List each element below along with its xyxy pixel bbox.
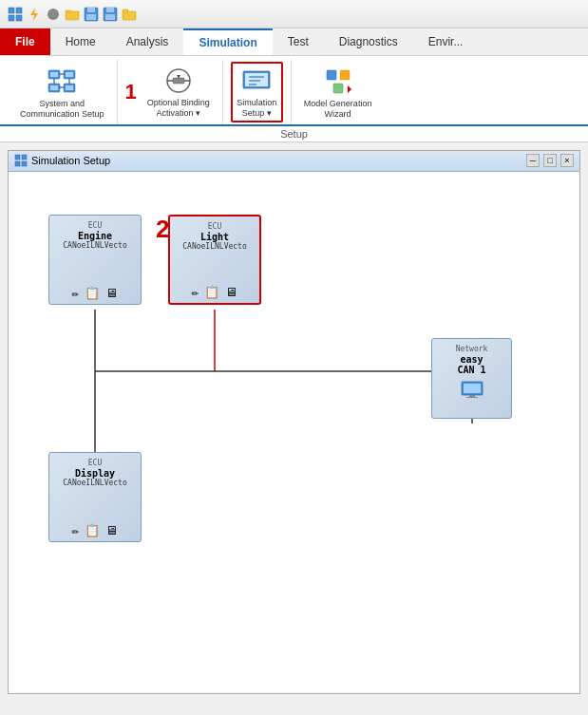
optional-binding-button-area: 1 Optional BindingActivation ▾ xyxy=(125,62,215,122)
svg-rect-41 xyxy=(333,84,343,93)
svg-rect-39 xyxy=(327,70,336,80)
svg-rect-40 xyxy=(340,70,350,80)
number-badge-1: 1 xyxy=(125,82,137,103)
maximize-button[interactable]: □ xyxy=(543,154,557,167)
svg-rect-43 xyxy=(15,155,20,160)
ecu-display-icons: ✏️ 📋 🖥 xyxy=(72,523,119,537)
title-bar-icons xyxy=(8,7,137,22)
tab-environ[interactable]: Envir... xyxy=(413,28,479,55)
ecu-engine-type: ECU xyxy=(88,221,102,230)
svg-marker-42 xyxy=(348,85,351,93)
svg-rect-3 xyxy=(16,15,22,21)
monitor-icon[interactable]: 🖥 xyxy=(105,286,118,300)
svg-rect-55 xyxy=(466,397,478,398)
inner-title-left: Simulation Setup xyxy=(14,154,110,167)
ribbon-group-optional: 1 Optional BindingActivation ▾ xyxy=(118,60,223,124)
svg-rect-10 xyxy=(87,8,95,12)
svg-rect-2 xyxy=(9,15,14,21)
stack-icon[interactable]: 📋 xyxy=(85,286,100,300)
monitor-icon[interactable]: 🖥 xyxy=(105,523,118,537)
ribbon-group-simulation: SimulationSetup ▾ xyxy=(223,60,292,124)
simulation-canvas: ECU Engine CANoeILNLVecto ✏️ 📋 🖥 2 ECU L… xyxy=(9,172,579,693)
title-bar xyxy=(0,0,588,28)
svg-rect-20 xyxy=(66,72,73,77)
ecu-light-model: CANoeILNLVecto xyxy=(182,242,246,251)
inner-title-bar: Simulation Setup ─ □ × xyxy=(9,151,579,172)
svg-rect-44 xyxy=(22,155,27,160)
svg-rect-46 xyxy=(22,161,27,166)
ecu-display-name: Display xyxy=(75,468,115,479)
ribbon-section-setup: Setup xyxy=(0,126,588,142)
ecu-engine-icons: ✏️ 📋 🖥 xyxy=(72,286,119,300)
inner-window-controls: ─ □ × xyxy=(526,154,574,167)
simulation-setup-icon xyxy=(241,66,272,96)
pencil-icon[interactable]: ✏️ xyxy=(72,286,80,300)
ecu-display-model: CANoeILNLVecto xyxy=(63,479,126,487)
svg-rect-15 xyxy=(123,11,136,20)
network-label1: Network xyxy=(456,345,488,353)
system-setup-button-area: System and Communication Setup xyxy=(15,62,109,122)
svg-rect-6 xyxy=(66,11,79,20)
ecu-light-name: Light xyxy=(200,232,229,242)
ecu-display-type: ECU xyxy=(88,459,102,467)
ecu-engine: ECU Engine CANoeILNLVecto ✏️ 📋 🖥 xyxy=(48,215,142,305)
svg-rect-18 xyxy=(50,72,58,77)
ecu-engine-name: Engine xyxy=(78,231,112,241)
network-display-icon xyxy=(461,381,484,398)
tab-test[interactable]: Test xyxy=(273,28,324,55)
model-generation-wizard-button[interactable]: Model GenerationWizard xyxy=(299,64,377,122)
simulation-setup-button-area: SimulationSetup ▾ xyxy=(231,62,283,122)
model-wizard-label: Model GenerationWizard xyxy=(304,99,372,120)
ecu-display: ECU Display CANoeILNLVecto ✏️ 📋 🖥 xyxy=(48,452,142,542)
network-can1: Network easy CAN 1 xyxy=(431,338,512,419)
stack-icon[interactable]: 📋 xyxy=(85,523,100,537)
monitor-icon[interactable]: 🖥 xyxy=(225,285,237,299)
svg-rect-16 xyxy=(123,9,128,12)
svg-rect-0 xyxy=(9,8,14,13)
ecu-engine-model: CANoeILNLVecto xyxy=(63,241,126,250)
inner-window-icon xyxy=(14,154,28,167)
svg-rect-13 xyxy=(106,8,114,12)
tab-home[interactable]: Home xyxy=(50,28,111,55)
network-label2: easy xyxy=(460,354,483,365)
inner-window-title: Simulation Setup xyxy=(31,155,110,166)
tab-diagnostics[interactable]: Diagnostics xyxy=(324,28,413,55)
svg-rect-24 xyxy=(66,85,73,90)
network-label3: CAN 1 xyxy=(457,365,485,375)
tab-simulation[interactable]: Simulation xyxy=(183,28,272,55)
minimize-button[interactable]: ─ xyxy=(526,154,540,167)
svg-rect-54 xyxy=(469,395,475,397)
optional-binding-activation-button[interactable]: Optional BindingActivation ▾ xyxy=(142,63,215,122)
ribbon: System and Communication Setup 1 Optiona… xyxy=(0,56,588,126)
open-icon[interactable] xyxy=(122,7,137,22)
svg-point-5 xyxy=(47,9,59,20)
ecu-light-icons: ✏️ 📋 🖥 xyxy=(192,285,238,299)
stack-icon[interactable]: 📋 xyxy=(204,285,219,299)
ecu-light-type: ECU xyxy=(208,222,221,231)
folder-icon xyxy=(65,7,80,22)
pencil-icon[interactable]: ✏️ xyxy=(72,523,80,537)
network-icon xyxy=(461,381,484,400)
optional-binding-label: Optional BindingActivation ▾ xyxy=(147,98,210,119)
ribbon-tabs: File Home Analysis Simulation Test Diagn… xyxy=(0,28,588,56)
tab-analysis[interactable]: Analysis xyxy=(111,28,184,55)
lightning-icon xyxy=(27,7,42,22)
ribbon-group-model: Model GenerationWizard xyxy=(292,60,385,124)
optional-binding-icon xyxy=(163,66,194,96)
close-button[interactable]: × xyxy=(560,154,574,167)
simulation-setup-label: SimulationSetup ▾ xyxy=(237,98,276,119)
svg-rect-7 xyxy=(66,10,71,12)
svg-rect-53 xyxy=(464,384,481,393)
pencil-icon[interactable]: ✏️ xyxy=(192,285,199,299)
tab-file[interactable]: File xyxy=(0,28,50,55)
model-wizard-icon xyxy=(323,66,353,97)
simulation-setup-button[interactable]: SimulationSetup ▾ xyxy=(231,62,283,122)
save2-icon[interactable] xyxy=(103,7,118,22)
svg-rect-45 xyxy=(15,161,20,166)
svg-marker-4 xyxy=(30,8,38,21)
svg-rect-1 xyxy=(16,8,22,13)
save-icon[interactable] xyxy=(84,7,99,22)
model-wizard-button-area: Model GenerationWizard xyxy=(299,62,377,122)
svg-rect-22 xyxy=(50,85,58,90)
system-communication-setup-button[interactable]: System and Communication Setup xyxy=(15,64,109,122)
